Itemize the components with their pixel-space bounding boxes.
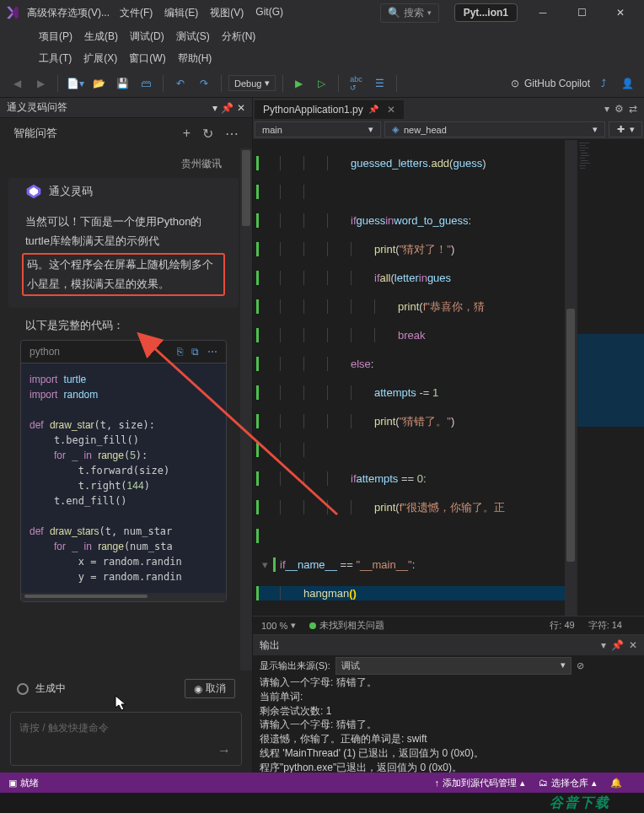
output-source-row: 显示输出来源(S): 调试▾ ⊘ xyxy=(253,655,644,676)
dropdown-icon[interactable]: ▾ xyxy=(212,102,217,114)
spinner-icon xyxy=(17,683,29,695)
undo-button[interactable]: ↶ xyxy=(170,73,191,94)
mouse-cursor xyxy=(115,695,128,712)
breadcrumb-scope[interactable]: main▾ xyxy=(255,121,381,137)
watermark: 谷普下载 xyxy=(0,793,644,813)
add-icon[interactable]: + xyxy=(183,126,191,142)
chat-input-placeholder: 请按 / 触发快捷命令 xyxy=(19,722,109,734)
start-button[interactable]: ▶ xyxy=(290,76,308,91)
menu-edit[interactable]: 编辑(E) xyxy=(159,3,203,24)
breadcrumb-nav[interactable]: ✚▾ xyxy=(609,121,642,137)
breadcrumb: main▾ ◈new_head▾ ✚▾ xyxy=(253,120,644,140)
abc-button[interactable]: abc↺ xyxy=(346,73,366,94)
minimap[interactable]: ▬▬▬▬▬▬▬▬▬▬ ▬▬▬▬▬ ▬▬▬ ▬▬▬▬ ▬▬▬▬▬ ▬▬▬ ▬▬▬▬… xyxy=(577,140,644,616)
line-number[interactable]: 行: 49 xyxy=(550,619,574,632)
toolbar: ◀ ▶ 📄▾ 📂 💾 🗃 ↶ ↷ Debug▾ ▶ ▷ abc↺ ☰ ⊙ Git… xyxy=(0,69,644,98)
menu-extensions[interactable]: 扩展(X) xyxy=(78,48,122,69)
copy-icon[interactable]: ⧉ xyxy=(191,346,199,358)
clear-icon[interactable]: ⊘ xyxy=(577,660,584,671)
code-block: python ⎘ ⧉ ⋯ import turtle import random… xyxy=(20,340,227,602)
menu-analyze[interactable]: 分析(N) xyxy=(217,26,261,47)
file-tab[interactable]: PythonApplication1.py 📌 ✕ xyxy=(255,100,404,119)
highlighted-text: 码。这个程序会在屏幕上随机绘制多个小星星，模拟满天星的效果。 xyxy=(22,253,225,296)
open-button[interactable]: 📂 xyxy=(89,73,109,94)
search-icon: 🔍 xyxy=(388,7,400,19)
menu-debug[interactable]: 调试(D) xyxy=(125,26,169,47)
chat-panel: 通义灵码问答 ▾ 📌 ✕ 智能问答 + ↻ ⋯ 贵州徽讯 通义灵码 xyxy=(0,98,253,794)
start-no-debug-button[interactable]: ▷ xyxy=(311,73,331,94)
new-button[interactable]: 📄▾ xyxy=(65,73,85,94)
editor-scrollbar[interactable] xyxy=(565,140,577,616)
back-button[interactable]: ◀ xyxy=(7,73,27,94)
redo-button[interactable]: ↷ xyxy=(194,73,214,94)
list-button[interactable]: ☰ xyxy=(369,73,389,94)
status-ready: ▣ 就绪 xyxy=(8,777,39,789)
chevron-down-icon: ▾ xyxy=(265,78,270,89)
editor-tabs: PythonApplication1.py 📌 ✕ ▾ ⚙ ⇄ xyxy=(253,98,644,120)
settings-icon[interactable]: ⚙ xyxy=(614,103,624,115)
more-code-icon[interactable]: ⋯ xyxy=(207,346,217,358)
generating-label: 生成中 xyxy=(35,681,66,696)
chat-input[interactable]: 请按 / 触发快捷命令 → xyxy=(10,712,242,766)
close-tab-icon[interactable]: ✕ xyxy=(387,104,395,116)
insert-icon[interactable]: ⎘ xyxy=(177,346,183,358)
menubar-row2: 项目(P) 生成(B) 调试(D) 测试(S) 分析(N) xyxy=(0,25,644,47)
dropdown-icon[interactable]: ▾ xyxy=(604,103,609,115)
send-icon[interactable]: → xyxy=(217,743,231,758)
char-count[interactable]: 字符: 14 xyxy=(588,619,622,632)
window-title: 高级保存选项(V)... xyxy=(27,6,110,20)
solution-tab[interactable]: Pyt...ion1 xyxy=(454,3,518,22)
issues-status[interactable]: 未找到相关问题 xyxy=(309,619,384,632)
ai-response-header: 通义灵码 xyxy=(8,178,239,205)
pin-icon[interactable]: 📌 xyxy=(368,105,378,114)
chat-content: 贵州徽讯 通义灵码 当然可以！下面是一个使用Python的turtle库绘制满天… xyxy=(0,148,252,670)
titlebar: 高级保存选项(V)... 文件(F) 编辑(E) 视图(V) Git(G) 🔍 … xyxy=(0,0,644,25)
editor-panel: PythonApplication1.py 📌 ✕ ▾ ⚙ ⇄ main▾ ◈n… xyxy=(253,98,644,794)
code-area[interactable]: guessed_letters.add(guess) if guess in w… xyxy=(253,140,577,616)
editor-body[interactable]: guessed_letters.add(guess) if guess in w… xyxy=(253,140,644,616)
close-button[interactable]: ✕ xyxy=(602,0,639,25)
editor-status-bar: 100 % ▾ 未找到相关问题 行: 49 字符: 14 xyxy=(253,616,644,634)
output-source-select[interactable]: 调试▾ xyxy=(335,657,572,675)
cancel-button[interactable]: ◉ 取消 xyxy=(185,679,235,698)
output-title: 输出 xyxy=(260,638,280,653)
play-icon: ▶ xyxy=(295,78,303,89)
menu-file[interactable]: 文件(F) xyxy=(115,3,158,24)
pin-icon[interactable]: 📌 xyxy=(611,639,624,651)
search-box[interactable]: 🔍 搜索 ▾ xyxy=(380,3,439,23)
account-button[interactable]: 👤 xyxy=(617,73,637,94)
notifications-icon[interactable]: 🔔 xyxy=(610,778,622,789)
ai-logo-icon xyxy=(25,183,42,200)
close-output-icon[interactable]: ✕ xyxy=(629,639,637,651)
save-button[interactable]: 💾 xyxy=(112,73,132,94)
menu-help[interactable]: 帮助(H) xyxy=(173,48,217,69)
dropdown-icon[interactable]: ▾ xyxy=(601,639,606,651)
more-icon[interactable]: ⋯ xyxy=(225,126,239,142)
repo-select[interactable]: 🗂 选择仓库 ▴ xyxy=(539,777,597,789)
menu-tools[interactable]: 工具(T) xyxy=(34,48,77,69)
config-dropdown[interactable]: Debug▾ xyxy=(228,75,276,91)
menu-project[interactable]: 项目(P) xyxy=(34,26,78,47)
forward-button[interactable]: ▶ xyxy=(30,73,51,94)
brand-tag: 贵州徽讯 xyxy=(8,155,239,178)
menu-build[interactable]: 生成(B) xyxy=(79,26,123,47)
source-control[interactable]: ↑ 添加到源代码管理 ▴ xyxy=(435,777,526,789)
github-copilot[interactable]: ⊙ GitHub Copilot xyxy=(511,78,590,89)
close-panel-icon[interactable]: ✕ xyxy=(237,102,245,114)
history-icon[interactable]: ↻ xyxy=(202,126,213,142)
code-scrollbar-h[interactable] xyxy=(24,595,148,598)
breadcrumb-member[interactable]: ◈new_head▾ xyxy=(384,121,605,137)
search-placeholder: 搜索 xyxy=(404,6,424,20)
zoom-level[interactable]: 100 % ▾ xyxy=(261,620,296,631)
menu-git[interactable]: Git(G) xyxy=(250,3,288,24)
menu-window[interactable]: 窗口(W) xyxy=(124,48,170,69)
swap-icon[interactable]: ⇄ xyxy=(629,103,637,115)
menu-test[interactable]: 测试(S) xyxy=(171,26,215,47)
maximize-button[interactable]: ☐ xyxy=(563,0,600,25)
share-button[interactable]: ⤴ xyxy=(593,73,614,94)
minimize-button[interactable]: ─ xyxy=(524,0,561,25)
pin-icon[interactable]: 📌 xyxy=(221,102,233,114)
save-all-button[interactable]: 🗃 xyxy=(136,73,156,94)
output-header: 输出 ▾ 📌 ✕ xyxy=(253,635,644,655)
menu-view[interactable]: 视图(V) xyxy=(205,3,249,24)
